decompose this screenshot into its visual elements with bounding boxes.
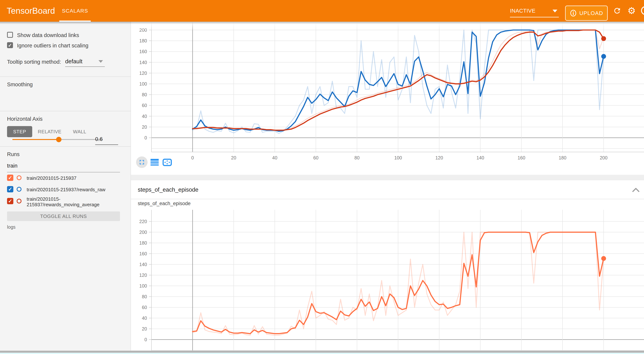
- chevron-down-icon[interactable]: [98, 60, 103, 63]
- axis-option-wall[interactable]: WALL: [70, 126, 89, 137]
- y-axis-tick-label: 120: [139, 272, 147, 278]
- y-axis-tick-label: 80: [142, 92, 147, 97]
- y-axis-tick-label: 0: [144, 337, 147, 342]
- divider: [0, 111, 131, 111]
- smoothing-slider-fill: [12, 139, 59, 140]
- tooltip-sorting-select[interactable]: default: [65, 58, 82, 65]
- y-axis-tick-label: 100: [139, 81, 147, 86]
- y-axis-tick-label: 100: [139, 283, 147, 288]
- y-axis-tick-label: 160: [139, 49, 147, 54]
- bottom-chart[interactable]: 020406080100120140160180200220: [131, 199, 644, 350]
- data-list-icon[interactable]: [150, 158, 159, 166]
- smoothing-value-underline: [95, 144, 118, 145]
- x-axis-tick-label: 80: [354, 155, 360, 160]
- y-axis-tick-label: 80: [142, 294, 147, 299]
- x-axis-tick-label: 160: [518, 155, 525, 160]
- y-axis-tick-label: 140: [139, 262, 147, 267]
- runs-label: Runs: [7, 151, 20, 157]
- toggle-all-runs-button[interactable]: TOGGLE ALL RUNS: [7, 212, 120, 221]
- tab-active-indicator: [59, 20, 91, 22]
- y-axis-tick-label: 20: [142, 124, 147, 130]
- tooltip-select-underline: [65, 66, 105, 67]
- y-axis-tick-label: 120: [139, 70, 147, 76]
- x-axis-tick-label: 120: [435, 155, 443, 160]
- tooltip-sorting-label: Tooltip sorting method:: [7, 59, 61, 65]
- run-color-swatch: [17, 187, 22, 192]
- x-axis-tick-label: 200: [600, 155, 608, 160]
- chevron-down-icon[interactable]: [552, 10, 557, 12]
- app-header: TensorBoard SCALARS INACTIVE UPLOAD ⚙: [0, 0, 644, 22]
- upload-button[interactable]: UPLOAD: [565, 6, 608, 21]
- run-checkbox[interactable]: ✓: [7, 186, 13, 192]
- x-axis-tick-label: 20: [231, 155, 236, 160]
- smoothing-slider-knob[interactable]: [56, 137, 62, 142]
- series-endpoint-dot[interactable]: [601, 256, 606, 261]
- divider: [0, 146, 131, 147]
- smoothing-label: Smoothing: [7, 82, 33, 88]
- fit-domain-icon[interactable]: [162, 158, 172, 166]
- top-chart-canvas[interactable]: 0204060801001201401601802000204060801001…: [131, 22, 644, 160]
- section-title: steps_of_each_episode: [138, 180, 198, 199]
- y-axis-tick-label: 200: [139, 230, 147, 235]
- y-axis-tick-label: 180: [139, 240, 147, 246]
- x-axis-tick-label: 60: [313, 155, 318, 160]
- status-dropdown-underline: [510, 17, 559, 18]
- y-axis-tick-label: 220: [139, 219, 147, 224]
- x-axis-tick-label: 140: [476, 155, 484, 160]
- divider: [0, 76, 131, 77]
- help-icon[interactable]: [641, 6, 644, 15]
- status-dropdown[interactable]: INACTIVE: [510, 7, 559, 17]
- top-chart[interactable]: 0204060801001201401601802000204060801001…: [131, 22, 644, 160]
- expand-icon[interactable]: [138, 158, 146, 166]
- header-shadow: [0, 22, 644, 24]
- show-download-links-label: Show data download links: [17, 32, 79, 38]
- y-axis-tick-label: 200: [139, 28, 147, 32]
- ignore-outliers-label: Ignore outliers in chart scaling: [17, 42, 88, 49]
- run-color-swatch: [17, 175, 22, 180]
- y-axis-tick-label: 60: [142, 305, 147, 310]
- run-checkbox[interactable]: ✓: [7, 174, 13, 181]
- y-axis-tick-label: 0: [144, 135, 147, 140]
- x-axis-tick-label: 0: [191, 155, 194, 160]
- y-axis-tick-label: 60: [142, 103, 147, 108]
- x-axis-tick-label: 40: [272, 155, 278, 160]
- run-label: train/20201015-215937/rewards_moving_ave…: [27, 196, 127, 207]
- app-logo: TensorBoard: [7, 0, 55, 22]
- info-icon: [570, 10, 577, 17]
- series-endpoint-dot[interactable]: [601, 54, 606, 59]
- smoothing-value-input[interactable]: 0.6: [95, 136, 118, 142]
- y-axis-tick-label: 180: [139, 38, 147, 43]
- chevron-up-icon[interactable]: [632, 187, 640, 192]
- series-endpoint-dot[interactable]: [601, 36, 606, 41]
- gear-icon: ⚙: [628, 5, 636, 16]
- tab-scalars[interactable]: SCALARS: [59, 0, 91, 22]
- page-bottom-strip: [0, 353, 644, 354]
- section-header[interactable]: steps_of_each_episode: [131, 180, 644, 199]
- y-axis-tick-label: 40: [142, 114, 147, 119]
- runs-filter-underline: [7, 172, 120, 172]
- run-color-swatch: [17, 199, 22, 204]
- runs-filter-input[interactable]: train: [7, 163, 18, 169]
- axis-option-step[interactable]: STEP: [7, 126, 32, 137]
- run-label: train/20201015-215937: [27, 175, 127, 181]
- y-axis-tick-label: 40: [142, 316, 147, 321]
- ignore-outliers-checkbox[interactable]: ✓: [7, 42, 13, 48]
- y-axis-tick-label: 140: [139, 60, 147, 65]
- chart-toolbar: [136, 156, 184, 168]
- y-axis-tick-label: 20: [142, 326, 147, 332]
- refresh-icon: [613, 6, 622, 15]
- show-download-links-checkbox[interactable]: [7, 32, 13, 38]
- horizontal-axis-label: Horizontal Axis: [7, 116, 42, 122]
- axis-option-relative[interactable]: RELATIVE: [37, 126, 62, 137]
- settings-button[interactable]: ⚙: [627, 6, 636, 15]
- logs-label: logs: [7, 224, 16, 230]
- refresh-button[interactable]: [612, 6, 622, 15]
- x-axis-tick-label: 180: [559, 155, 566, 160]
- y-axis-tick-label: 160: [139, 251, 147, 256]
- run-label: train/20201015-215937/rewards_raw: [27, 187, 127, 192]
- horizontal-scrollbar[interactable]: [0, 351, 644, 353]
- sidebar: Show data download links ✓ Ignore outlie…: [0, 22, 131, 354]
- x-axis-tick-label: 100: [394, 155, 402, 160]
- run-checkbox[interactable]: ✓: [7, 198, 13, 204]
- bottom-chart-canvas[interactable]: 020406080100120140160180200220: [131, 199, 644, 350]
